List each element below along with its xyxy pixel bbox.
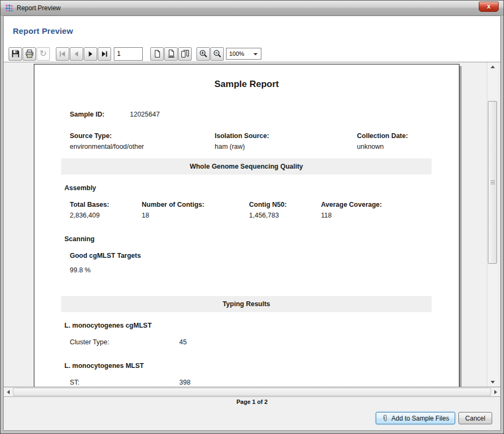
wgs-section-header: Whole Genome Sequencing Quality (61, 158, 432, 175)
app-icon (5, 4, 13, 12)
cluster-type-label: Cluster Type: (70, 338, 109, 346)
last-page-button[interactable] (98, 47, 111, 61)
average-coverage-label: Average Coverage: (321, 201, 382, 208)
scroll-up-button[interactable] (487, 62, 498, 71)
isolation-source-label: Isolation Source: (215, 132, 269, 140)
st-value: 398 (179, 379, 191, 386)
number-of-contigs-value: 18 (142, 212, 149, 219)
good-cgmlst-targets-label: Good cgMLST Targets (70, 252, 141, 259)
isolation-source-value: ham (raw) (215, 143, 245, 150)
page-width-view-icon (167, 49, 176, 58)
toolbar: ↻ (4, 46, 500, 62)
add-to-sample-files-label: Add to Sample Files (391, 415, 449, 422)
collection-date-value: unknown (357, 143, 384, 150)
arrow-down-icon (491, 381, 495, 384)
next-page-button[interactable] (84, 47, 97, 61)
cancel-label: Cancel (465, 415, 485, 422)
scrollbar-grip-icon (491, 180, 495, 184)
vertical-scrollbar-thumb[interactable] (488, 101, 497, 264)
window-body: Report Preview (3, 16, 501, 431)
page-indicator: Page 1 of 2 (236, 399, 267, 405)
cluster-type-value: 45 (179, 338, 187, 346)
horizontal-scrollbar-thumb[interactable] (13, 388, 491, 396)
page-number-input[interactable] (114, 47, 143, 61)
assembly-title: Assembly (64, 184, 96, 192)
first-page-icon (60, 51, 65, 57)
multi-page-view-button[interactable] (178, 47, 192, 61)
print-button[interactable] (23, 47, 36, 61)
chevron-down-icon (253, 53, 258, 55)
refresh-button[interactable]: ↻ (36, 47, 50, 61)
footer: Add to Sample Files Cancel (4, 407, 500, 430)
first-page-button[interactable] (56, 47, 69, 61)
average-coverage-value: 118 (321, 212, 332, 219)
page-title: Report Preview (13, 26, 73, 35)
window-title: Report Preview (17, 4, 61, 12)
st-label: ST: (70, 379, 79, 386)
source-type-value: environmental/food/other (70, 143, 144, 150)
single-page-view-icon (153, 49, 162, 58)
zoom-out-button[interactable] (210, 47, 224, 61)
cancel-button[interactable]: Cancel (458, 412, 492, 424)
arrow-up-icon (491, 66, 495, 68)
print-icon (25, 49, 34, 58)
number-of-contigs-label: Number of Contigs: (142, 201, 204, 208)
contig-n50-value: 1,456,783 (249, 212, 279, 219)
zoom-level-select[interactable]: 100% (226, 48, 261, 60)
report-preview-window: Report Preview x Report Preview (0, 0, 504, 434)
typing-section-header: Typing Results (61, 296, 432, 312)
cgmlst-group-title: L. monocytogenes cgMLST (64, 322, 152, 329)
previous-page-icon (74, 51, 79, 57)
report-title: Sample Report (34, 79, 459, 90)
scroll-left-button[interactable] (4, 387, 13, 396)
scroll-down-button[interactable] (487, 378, 498, 387)
arrow-left-icon (7, 390, 10, 394)
contig-n50-label: Contig N50: (249, 201, 287, 208)
total-bases-value: 2,836,409 (70, 212, 100, 219)
zoom-in-icon (199, 49, 208, 58)
source-type-label: Source Type: (70, 132, 112, 140)
sample-id-label: Sample ID: (70, 111, 105, 118)
mlst-group-title: L. monocytogenes MLST (64, 362, 144, 370)
document-viewport[interactable]: Sample Report Sample ID: 12025647 Source… (4, 62, 500, 387)
titlebar[interactable]: Report Preview x (1, 1, 503, 16)
zoom-in-button[interactable] (196, 47, 210, 61)
status-bar: Page 1 of 2 (4, 396, 500, 407)
collection-date-label: Collection Date: (357, 132, 408, 140)
save-icon (11, 49, 20, 58)
zoom-out-icon (213, 49, 222, 58)
header: Report Preview (4, 16, 500, 46)
paperclip-icon (382, 415, 389, 422)
report-page: Sample Report Sample ID: 12025647 Source… (34, 64, 459, 387)
zoom-level-value: 100% (229, 50, 244, 57)
previous-page-button[interactable] (70, 47, 83, 61)
save-button[interactable] (9, 47, 22, 61)
single-page-view-button[interactable] (150, 47, 164, 61)
sample-id-value: 12025647 (130, 111, 160, 118)
total-bases-label: Total Bases: (70, 201, 109, 208)
multi-page-view-icon (181, 49, 189, 58)
last-page-icon (101, 51, 107, 57)
close-icon: x (487, 3, 491, 10)
vertical-scrollbar[interactable] (487, 62, 498, 387)
scroll-right-button[interactable] (491, 387, 500, 396)
arrow-right-icon (494, 390, 497, 394)
refresh-icon: ↻ (40, 50, 47, 57)
close-button[interactable]: x (479, 2, 499, 12)
page-width-view-button[interactable] (164, 47, 178, 61)
scanning-title: Scanning (64, 235, 94, 243)
next-page-icon (87, 51, 93, 57)
add-to-sample-files-button[interactable]: Add to Sample Files (376, 412, 455, 424)
horizontal-scrollbar[interactable] (4, 387, 500, 396)
good-cgmlst-targets-value: 99.8 % (70, 266, 91, 274)
